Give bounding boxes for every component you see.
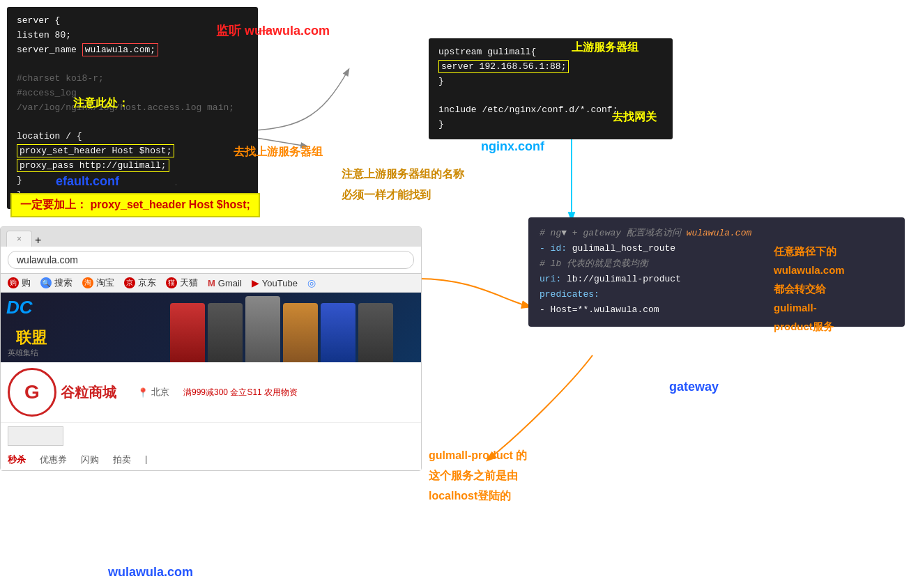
browser-mockup: × + 购 购 🔍 搜索 淘 淘宝 京 京东 猫 天猫 M Gmail: [0, 226, 422, 471]
gw-comment-1: # ng: [540, 228, 561, 238]
annotation-wulawula-bottom: wulawula.com: [108, 565, 193, 580]
bookmark-maps[interactable]: ◎: [307, 277, 316, 288]
bookmark-taobao[interactable]: 淘 淘宝: [82, 277, 114, 289]
banner-sub-text: 英雄集结: [8, 348, 38, 358]
bookmark-youtube-icon: ▶: [252, 277, 259, 288]
bookmark-youtube-label: YouTube: [262, 278, 298, 288]
hero-figures: [142, 293, 421, 362]
annotation-go-upstream: 去找上游服务器组: [234, 145, 323, 160]
annotation-nginx-conf: nginx.conf: [481, 139, 544, 154]
gw-pred-val: - Host=**.wulawula.com: [540, 304, 659, 315]
bookmark-tmall[interactable]: 猫 天猫: [166, 277, 198, 289]
browser-content: DC 联盟 英雄集结 G 谷粒商城 📍 北京: [1, 293, 421, 470]
code-proxy-pass: proxy_pass http://gulimall;: [17, 159, 169, 172]
bookmark-jd[interactable]: 京 京东: [124, 277, 156, 289]
gw-right-4: gulimall-: [774, 298, 845, 317]
search-row: [1, 423, 421, 449]
bookmark-gou-icon: 购: [8, 277, 19, 288]
gw-right-5: product服务: [774, 317, 845, 336]
code-line-7: }: [17, 175, 22, 185]
code-line-3: server_name wulawula.com;: [17, 43, 158, 56]
url-input[interactable]: [8, 251, 414, 269]
gw-right-1: 任意路径下的: [774, 242, 845, 261]
annotation-listen: 监听 wulawula.com: [216, 22, 330, 39]
bookmark-search-icon: 🔍: [40, 277, 52, 288]
desc-2: 这个服务之前是由: [429, 466, 527, 486]
gw-id-key: - id:: [540, 243, 572, 254]
desc-1: gulmall-product 的: [429, 446, 527, 466]
bookmark-gou[interactable]: 购 购: [8, 277, 31, 289]
nav-flash[interactable]: 闪购: [81, 454, 99, 466]
figure-5: [321, 303, 355, 362]
bookmark-search-label: 搜索: [54, 277, 72, 289]
browser-tab[interactable]: ×: [6, 231, 32, 247]
gulimall-name: 谷粒商城: [61, 383, 116, 402]
gw-comment-2: # lb 代表的就是负载均衡: [540, 258, 648, 269]
annotation-note-here: 注意此处：: [73, 96, 129, 111]
bookmark-jd-icon: 京: [124, 277, 135, 288]
gulimall-section: G 谷粒商城 📍 北京 满999减300 金立S11 农用物资: [1, 362, 421, 423]
bookmark-bar: 购 购 🔍 搜索 淘 淘宝 京 京东 猫 天猫 M Gmail ▶ YouTub…: [1, 274, 421, 293]
gateway-config-block: # ng▼ + gateway 配置域名访问 wulawula.com - id…: [528, 217, 905, 327]
gw-right-3: 都会转交给: [774, 279, 845, 298]
figure-4: [283, 303, 318, 362]
nav-divider: |: [145, 454, 147, 466]
desc-3: localhost登陆的: [429, 486, 527, 506]
bookmark-gmail[interactable]: M Gmail: [208, 278, 242, 288]
location-area: 📍 北京: [137, 386, 169, 399]
location-text: 北京: [151, 386, 169, 399]
gw-right-2: wulawula.com: [774, 261, 845, 279]
url-bar: [1, 247, 421, 274]
annotation-gateway: gateway: [669, 380, 719, 394]
code-line-4: #charset koi8-r;: [17, 73, 104, 84]
gw-pred-key: predicates:: [540, 289, 599, 300]
figure-1: [170, 303, 205, 362]
figure-2: [208, 303, 243, 362]
bookmark-gmail-label: Gmail: [218, 278, 242, 288]
code-line-2: listen 80;: [17, 30, 71, 40]
bookmark-maps-icon: ◎: [307, 277, 316, 288]
browser-tab-bar: × +: [1, 227, 421, 247]
gw-id-val: gulimall_host_route: [572, 243, 675, 254]
dc-banner: DC 联盟 英雄集结: [1, 293, 421, 362]
code-line-6: location / {: [17, 131, 82, 141]
tab-close[interactable]: ×: [17, 234, 22, 244]
annotation-note-name: 注意上游服务器组的名称: [342, 167, 464, 182]
bookmark-youtube[interactable]: ▶ YouTube: [252, 277, 298, 288]
bookmark-search[interactable]: 🔍 搜索: [40, 277, 72, 289]
bookmark-jd-label: 京东: [138, 277, 156, 289]
gulimall-logo: G: [8, 368, 56, 417]
annotation-efault-conf: efault.conf: [56, 174, 119, 189]
bookmark-taobao-label: 淘宝: [96, 277, 114, 289]
annotation-go-gateway: 去找网关: [612, 110, 657, 125]
nav-miaosha[interactable]: 秒杀: [8, 454, 26, 466]
bookmark-gmail-icon: M: [208, 278, 215, 288]
code-proxy-set: proxy_set_header Host $host;: [17, 144, 174, 157]
must-add-box: 一定要加上： proxy_set_header Host $host;: [10, 193, 260, 217]
gateway-right-annotations: 任意路径下的 wulawula.com 都会转交给 gulimall- prod…: [774, 242, 845, 336]
figure-6: [358, 303, 393, 362]
gw-uri-key: uri:: [540, 274, 567, 284]
gw-uri-val: lb://gulimall-product: [567, 274, 681, 284]
efault-dot: .: [174, 174, 178, 189]
tab-add-button[interactable]: +: [35, 234, 41, 247]
code-line-1: server {: [17, 15, 60, 26]
bookmark-tmall-label: 天猫: [180, 277, 198, 289]
annotation-upstream-group: 上游服务器组: [572, 40, 638, 55]
figure-3: [245, 296, 280, 362]
annotation-must-same: 必须一样才能找到: [342, 188, 431, 203]
location-pin-icon: 📍: [137, 387, 148, 398]
promo-text: 满999减300 金立S11 农用物资: [183, 387, 298, 399]
search-placeholder: [8, 426, 63, 446]
bookmark-taobao-icon: 淘: [82, 277, 93, 288]
nav-coupon[interactable]: 优惠券: [40, 454, 67, 466]
dc-logo: DC: [6, 297, 33, 318]
nav-row: 秒杀 优惠券 闪购 拍卖 |: [1, 449, 421, 470]
bookmark-tmall-icon: 猫: [166, 277, 177, 288]
gulimall-product-desc: gulmall-product 的 这个服务之前是由 localhost登陆的: [429, 446, 527, 506]
nav-auction[interactable]: 拍卖: [113, 454, 131, 466]
bookmark-gou-label: 购: [22, 277, 31, 289]
banner-cn-text: 联盟: [16, 327, 47, 348]
